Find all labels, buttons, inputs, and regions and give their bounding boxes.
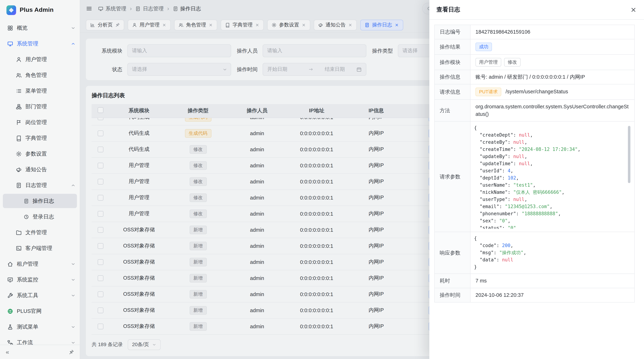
sidebar-item-log-mgmt[interactable]: 日志管理 [0,177,80,193]
close-tab-icon[interactable] [208,23,213,27]
operation-time-range-picker[interactable]: 开始日期 结束日期 [262,63,366,76]
system-module-input[interactable]: 请输入 [127,44,231,57]
code-block-request_params: { "createDept": null, "createBy": null, … [474,124,631,229]
sidebar-item-menu-mgmt[interactable]: 菜单管理 [0,83,80,99]
globe-icon [7,308,13,314]
sidebar-item-dict-mgmt[interactable]: 字典管理 [0,130,80,146]
row-checkbox[interactable] [98,324,104,329]
cell-module: OSS对象存储 [110,302,168,318]
total-records: 共 189 条记录 [92,341,123,348]
cell-operator: admin [228,174,286,189]
cell-ip: 0:0:0:0:0:0:0:1 [286,190,347,205]
close-drawer-button[interactable] [630,6,637,13]
row-checkbox[interactable] [98,211,104,217]
row-checkbox[interactable] [98,291,104,297]
logo[interactable]: Plus Admin [0,0,80,20]
cell-ip: 0:0:0:0:0:0:0:1 [286,319,347,334]
tab-dict-mgmt[interactable]: 字典管理 [221,19,264,30]
cell-module: OSS对象存储 [110,222,168,238]
sidebar-item-dept-mgmt[interactable]: 部门管理 [0,99,80,114]
cell-module: 代码生成 [110,125,168,141]
row-checkbox[interactable] [98,130,104,136]
tab-operation-log[interactable]: 操作日志 [360,19,403,30]
tab-analysis[interactable]: 分析页 [86,19,124,30]
tab-notice[interactable]: 通知公告 [314,19,357,30]
close-tab-icon[interactable] [302,23,306,27]
book-icon [225,22,230,27]
sidebar-item-overview[interactable]: 概览 [0,20,80,36]
row-checkbox[interactable] [98,195,104,200]
sidebar-item-login-log[interactable]: 登录日志 [0,209,80,225]
chevron-down-icon [71,293,76,298]
row-checkbox[interactable] [98,179,104,184]
drawer-row-duration: 耗时7 ms [434,274,634,288]
operator-input[interactable]: 请输入 [262,44,366,57]
breadcrumb-item-system-mgmt[interactable]: 系统管理 [98,5,126,12]
close-tab-icon[interactable] [255,23,260,27]
sidebar-item-role-mgmt[interactable]: 角色管理 [0,67,80,83]
cell-module: OSS对象存储 [110,254,168,270]
cell-module: OSS对象存储 [110,286,168,302]
sidebar-item-system-monitor[interactable]: 系统监控 [0,272,80,288]
row-checkbox[interactable] [98,146,104,152]
row-checkbox[interactable] [98,259,104,265]
close-tab-icon[interactable] [395,23,399,27]
row-checkbox[interactable] [98,118,104,120]
chevron-up-icon [71,183,76,188]
sidebar-item-post-mgmt[interactable]: 岗位管理 [0,114,80,130]
drawer-row-response-params: 响应参数{ "code": 200, "msg": "操作成功", "data"… [434,232,634,274]
sidebar-item-tenant-mgmt[interactable]: 租户管理 [0,256,80,272]
pin-icon[interactable] [69,349,74,355]
row-checkbox[interactable] [98,243,104,249]
close-tab-icon[interactable] [162,23,166,27]
breadcrumb-item-log-mgmt[interactable]: 日志管理 [136,5,164,12]
tab-param-settings[interactable]: 参数设置 [267,19,310,30]
drawer-row-method: 方法org.dromara.system.controller.system.S… [434,100,634,121]
tab-role-mgmt[interactable]: 角色管理 [174,19,217,30]
row-checkbox[interactable] [98,227,104,233]
tag: 用户管理 [476,58,501,66]
cell-operator: admin [228,270,286,286]
drawer-row-info: 操作信息账号: admin / 研发部门 / 0:0:0:0:0:0:0:1 /… [434,70,634,84]
tab-user-mgmt[interactable]: 用户管理 [128,19,171,30]
breadcrumb-separator: › [167,5,169,12]
breadcrumb-item-operation-log[interactable]: 操作日志 [173,5,201,12]
sidebar-item-test-menu[interactable]: 测试菜单 [0,319,80,335]
cell-operator: admin [228,286,286,302]
sidebar-item-notice[interactable]: 通知公告 [0,162,80,177]
code-block-response_params: { "code": 200, "msg": "操作成功", "data": nu… [474,235,631,271]
operation-type-tag: 新增 [190,274,206,282]
scrollbar-thumb[interactable] [628,126,630,183]
drawer-label: 操作信息 [434,70,470,84]
doc-icon [136,6,141,11]
cell-operator: admin [228,190,286,205]
sidebar-item-system-mgmt[interactable]: 系统管理 [0,36,80,51]
select-all-checkbox[interactable] [98,107,104,113]
sidebar-item-user-mgmt[interactable]: 用户管理 [0,51,80,67]
users-icon [178,22,184,27]
row-checkbox[interactable] [98,275,104,281]
sidebar-item-file-mgmt[interactable]: 文件管理 [0,225,80,240]
cell-ip: 0:0:0:0:0:0:0:1 [286,141,347,157]
row-checkbox[interactable] [98,163,104,168]
sidebar-item-client-mgmt[interactable]: 客户端管理 [0,240,80,256]
row-checkbox[interactable] [98,307,104,313]
page-size-select[interactable]: 20条/页 [128,339,160,350]
drawer-value: org.dromara.system.controller.system.Sys… [476,104,628,117]
tool-icon [7,292,13,298]
sidebar-item-param-settings[interactable]: 参数设置 [0,146,80,162]
sidebar-item-operation-log[interactable]: 操作日志 [3,194,77,208]
drawer-value: 1842781986426159106 [476,29,530,35]
sidebar-item-system-tools[interactable]: 系统工具 [0,288,80,303]
collapse-sidebar-button[interactable]: « [6,349,9,355]
sidebar-item-workflow[interactable]: 工作流 [0,335,80,345]
arrow-right-icon [308,67,313,72]
cell-ip-info: 内网IP [347,286,406,302]
drawer-label: 方法 [434,100,470,121]
status-select[interactable]: 请选择 [127,63,231,76]
sidebar-item-plus-website[interactable]: PLUS官网 [0,303,80,319]
cell-ip-info: 内网IP [347,118,406,125]
menu-toggle-icon[interactable] [86,5,92,12]
drawer-row-log-id: 日志编号1842781986426159106 [434,25,634,39]
close-tab-icon[interactable] [348,23,352,27]
